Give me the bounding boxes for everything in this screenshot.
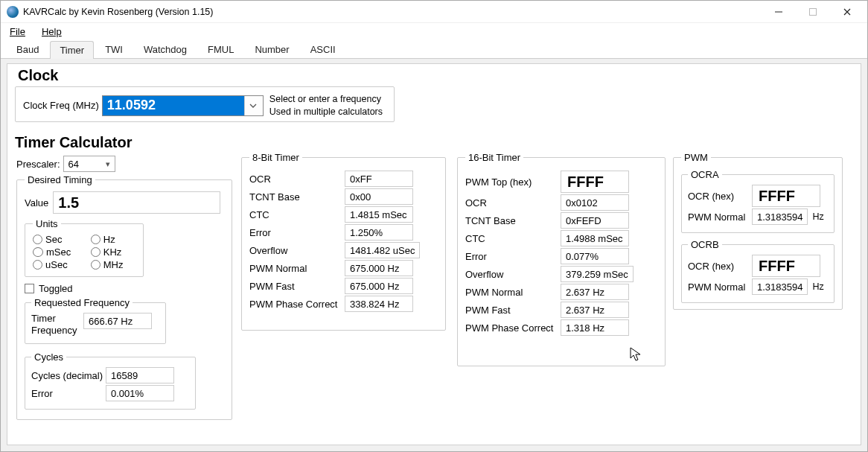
unit-khz[interactable]: KHz	[91, 246, 135, 258]
unit-sec[interactable]: Sec	[33, 234, 83, 245]
t16-tcnt: 0xFEFD	[561, 212, 629, 229]
timer16-group: 16-Bit Timer PWM Top (hex)FFFF OCR0x0102…	[457, 152, 666, 366]
window-controls	[762, 1, 864, 23]
tab-baud[interactable]: Baud	[7, 40, 48, 58]
chevron-down-icon: ▾	[106, 159, 110, 169]
pwm-legend: PWM	[681, 152, 711, 163]
units-legend: Units	[33, 218, 61, 229]
t16-pwmn-label: PWM Normal	[465, 287, 561, 298]
tab-twi[interactable]: TWI	[95, 40, 133, 58]
ocrb-n-label: PWM Normal	[688, 281, 752, 293]
value-input[interactable]: 1.5	[53, 191, 220, 214]
t8-ctc-label: CTC	[249, 209, 345, 220]
timer8-legend: 8-Bit Timer	[249, 152, 302, 163]
ocrb-legend: OCRB	[688, 239, 722, 250]
t16-pwmf: 2.637 Hz	[561, 302, 629, 318]
t8-ctc: 1.4815 mSec	[345, 206, 413, 223]
timer16-legend: 16-Bit Timer	[465, 152, 523, 163]
cycles-value: 16589	[106, 367, 174, 383]
t16-err-label: Error	[465, 251, 561, 262]
ocra-hex[interactable]: FFFF	[752, 185, 820, 207]
t16-top-label: PWM Top (hex)	[465, 176, 561, 188]
t16-top[interactable]: FFFF	[561, 171, 629, 193]
cycles-group: Cycles Cycles (decimal)16589 Error0.001%	[25, 351, 196, 410]
req-freq-value: 666.67 Hz	[83, 313, 152, 329]
ocrb-hex[interactable]: FFFF	[752, 255, 820, 277]
clock-group: Clock Freq (MHz) Select or enter a frequ…	[15, 86, 395, 122]
desired-timing-group: Desired Timing Value 1.5 Units Sec Hz mS…	[16, 174, 232, 420]
t8-pwmp-label: PWM Phase Correct	[249, 299, 345, 310]
clock-help: Select or enter a frequency Used in mult…	[269, 93, 383, 118]
units-group: Units Sec Hz mSec KHz uSec MHz	[25, 218, 144, 277]
unit-msec[interactable]: mSec	[33, 246, 83, 258]
t8-err-label: Error	[249, 227, 345, 238]
t8-pwmp: 338.824 Hz	[345, 296, 413, 312]
window-title: KAVRCalc by Kevin Rosenberg (Version 1.1…	[23, 7, 213, 17]
clock-help-2: Used in multiple calculators	[269, 106, 383, 118]
pwm-group: PWM OCRA OCR (hex)FFFF PWM Normal1.31835…	[673, 152, 843, 310]
menu-bar: File Help	[1, 23, 867, 39]
t16-pwmn: 2.637 Hz	[561, 284, 629, 300]
svg-rect-0	[810, 8, 817, 15]
req-freq-label: TimerFrequency	[31, 313, 83, 336]
req-freq-group: Requested Frequency TimerFrequency 666.6…	[25, 297, 166, 344]
unit-mhz[interactable]: MHz	[91, 259, 135, 270]
t16-err: 0.077%	[561, 248, 629, 264]
ocra-group: OCRA OCR (hex)FFFF PWM Normal1.3183594Hz	[681, 169, 835, 233]
title-bar: KAVRCalc by Kevin Rosenberg (Version 1.1…	[1, 1, 867, 23]
toggled-check[interactable]: Toggled	[25, 283, 224, 294]
value-label: Value	[25, 197, 48, 209]
t8-ovf: 1481.482 uSec	[345, 242, 420, 258]
unit-usec[interactable]: uSec	[33, 259, 83, 270]
prescaler-select[interactable]: 64 ▾	[63, 156, 115, 172]
desired-legend: Desired Timing	[25, 174, 95, 185]
menu-help[interactable]: Help	[37, 25, 66, 39]
t8-ocr-label: OCR	[249, 174, 345, 185]
t8-ocr: 0xFF	[345, 171, 413, 187]
t8-tcnt-label: TCNT Base	[249, 191, 345, 203]
tab-number[interactable]: Number	[245, 40, 299, 58]
ocra-hex-label: OCR (hex)	[688, 191, 752, 202]
t16-ctc-label: CTC	[465, 233, 561, 244]
prescaler-value: 64	[68, 159, 79, 170]
tab-fmul[interactable]: FMUL	[198, 40, 243, 58]
app-icon	[7, 6, 19, 18]
tab-watchdog[interactable]: Watchdog	[134, 40, 197, 58]
t16-tcnt-label: TCNT Base	[465, 215, 561, 226]
ocrb-n: 1.3183594	[752, 278, 808, 295]
t8-pwmn: 675.000 Hz	[345, 260, 413, 276]
t16-ocr: 0x0102	[561, 194, 629, 211]
tab-timer[interactable]: Timer	[50, 41, 94, 59]
t16-ocr-label: OCR	[465, 197, 561, 209]
maximize-button[interactable]	[796, 1, 830, 23]
close-button[interactable]	[830, 1, 864, 23]
tab-strip: Baud Timer TWI Watchdog FMUL Number ASCI…	[1, 39, 867, 59]
ocrb-group: OCRB OCR (hex)FFFF PWM Normal1.3183594Hz	[681, 239, 835, 303]
ocrb-n-unit: Hz	[812, 281, 823, 292]
t8-tcnt: 0x00	[345, 188, 413, 205]
tab-ascii[interactable]: ASCII	[301, 40, 345, 58]
clock-freq-label: Clock Freq (MHz)	[23, 100, 99, 111]
chevron-down-icon[interactable]	[244, 96, 262, 115]
t16-pwmp: 1.318 Hz	[561, 319, 629, 336]
cycles-err-label: Error	[31, 388, 106, 399]
t8-err: 1.250%	[345, 224, 413, 241]
cycles-err-value: 0.001%	[106, 385, 174, 401]
clock-freq-input[interactable]	[103, 96, 244, 115]
t16-ovf-label: Overflow	[465, 269, 561, 280]
ocra-n: 1.3183594	[752, 209, 808, 225]
cycles-legend: Cycles	[31, 351, 66, 363]
req-freq-legend: Requested Frequency	[31, 297, 133, 308]
t16-ovf: 379.259 mSec	[561, 266, 634, 282]
unit-hz[interactable]: Hz	[91, 234, 135, 245]
t8-pwmf-label: PWM Fast	[249, 281, 345, 292]
prescaler-label: Prescaler:	[16, 159, 60, 170]
timer-heading: Timer Calculator	[15, 134, 132, 151]
t8-pwmf: 675.000 Hz	[345, 278, 413, 294]
clock-help-1: Select or enter a frequency	[269, 93, 383, 106]
ocra-legend: OCRA	[688, 169, 722, 180]
menu-file[interactable]: File	[5, 25, 30, 39]
timer8-group: 8-Bit Timer OCR0xFF TCNT Base0x00 CTC1.4…	[241, 152, 446, 331]
clock-freq-combo[interactable]	[102, 95, 264, 116]
minimize-button[interactable]	[762, 1, 796, 23]
